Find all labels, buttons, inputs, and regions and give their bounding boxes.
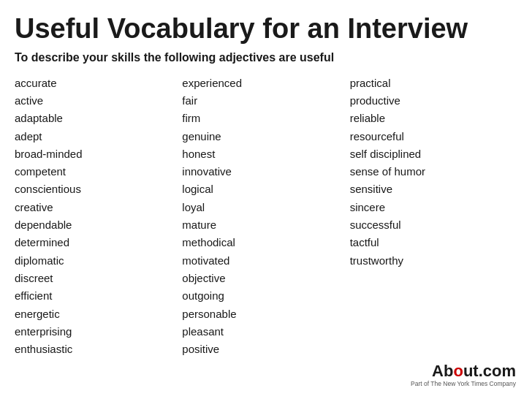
list-item: active: [15, 92, 182, 110]
list-item: sincere: [350, 199, 517, 216]
column-3: practicalproductivereliableresourcefulse…: [350, 75, 517, 359]
list-item: enthusiastic: [15, 341, 182, 358]
list-item: sense of humor: [350, 163, 517, 180]
list-item: productive: [350, 92, 517, 110]
list-item: tactful: [350, 234, 517, 251]
list-item: personable: [182, 305, 349, 323]
list-item: honest: [182, 145, 349, 163]
list-item: reliable: [350, 110, 517, 127]
list-item: firm: [182, 110, 349, 127]
list-item: accurate: [15, 75, 182, 92]
page-subtitle: To describe your skills the following ad…: [15, 51, 517, 64]
list-item: efficient: [15, 287, 182, 305]
column-1: accurateactiveadaptableadeptbroad-minded…: [15, 75, 182, 359]
list-item: mature: [182, 216, 349, 234]
list-item: methodical: [182, 234, 349, 251]
list-item: loyal: [182, 199, 349, 216]
list-item: broad-minded: [15, 145, 182, 163]
list-item: positive: [182, 341, 349, 358]
list-item: diplomatic: [15, 252, 182, 270]
list-item: pleasant: [182, 323, 349, 341]
list-item: motivated: [182, 252, 349, 270]
list-item: practical: [350, 75, 517, 92]
branding-area: About.com Part of The New York Times Com…: [411, 363, 516, 387]
list-item: energetic: [15, 305, 182, 323]
column-2: experiencedfairfirmgenuinehonestinnovati…: [182, 75, 349, 359]
list-item: discreet: [15, 270, 182, 287]
list-item: conscientious: [15, 180, 182, 198]
list-item: innovative: [182, 163, 349, 180]
word-columns: accurateactiveadaptableadeptbroad-minded…: [15, 75, 517, 359]
list-item: adaptable: [15, 110, 182, 127]
about-logo: About.com: [432, 363, 516, 379]
page-title: Useful Vocabulary for an Interview: [15, 13, 517, 45]
list-item: dependable: [15, 216, 182, 234]
list-item: adept: [15, 128, 182, 145]
list-item: enterprising: [15, 323, 182, 341]
list-item: successful: [350, 216, 517, 234]
list-item: sensitive: [350, 180, 517, 198]
list-item: genuine: [182, 128, 349, 145]
list-item: self disciplined: [350, 145, 517, 163]
list-item: resourceful: [350, 128, 517, 145]
logo-tagline: Part of The New York Times Company: [411, 380, 516, 387]
list-item: outgoing: [182, 287, 349, 305]
list-item: determined: [15, 234, 182, 251]
list-item: experienced: [182, 75, 349, 92]
page-container: Useful Vocabulary for an Interview To de…: [0, 0, 532, 399]
list-item: objective: [182, 270, 349, 287]
list-item: trustworthy: [350, 252, 517, 270]
list-item: creative: [15, 199, 182, 216]
list-item: logical: [182, 180, 349, 198]
list-item: fair: [182, 92, 349, 110]
logo-dot: o: [453, 362, 463, 380]
list-item: competent: [15, 163, 182, 180]
